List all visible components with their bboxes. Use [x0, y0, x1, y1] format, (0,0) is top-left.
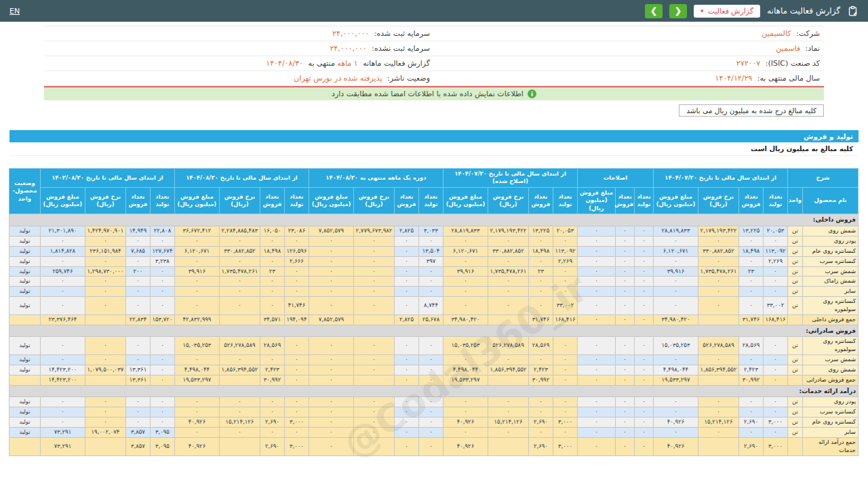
cell-value: ۰: [309, 355, 353, 365]
cell-value: ۰: [40, 407, 85, 418]
cell-product-name: کنسانتره روی سولفوره: [803, 337, 859, 355]
cell-value: ۰: [635, 428, 654, 438]
cell-value: ۰: [635, 407, 654, 418]
cell-value: ۰: [125, 277, 150, 287]
cell-value: ۰: [616, 355, 635, 365]
cell-value: [698, 314, 739, 325]
cell-value: ۲۳: [260, 266, 284, 277]
language-toggle-en[interactable]: EN: [9, 7, 20, 16]
cell-value: ۰: [739, 236, 764, 246]
cell-value: ۵۲۶,۲۷۸,۵۸۹: [219, 337, 260, 355]
cell-value: ۰: [353, 277, 394, 287]
table-unit-note: کلیه مبالغ به میلیون ریال است: [9, 142, 859, 156]
cell-product-name: سایر: [803, 428, 859, 438]
section-title-cell: درآمد ارائه خدمات:: [9, 385, 858, 397]
table-row: شمش سربتن۰۲۳۱,۷۳۵,۴۷۸,۲۶۱۳۹,۹۱۶۰۰۰۰۲۳۱,۷…: [9, 266, 858, 277]
cell-status: [9, 314, 40, 325]
cell-value: ۰: [764, 355, 788, 365]
cell-unit: تن: [788, 337, 803, 355]
previous-report-button[interactable]: ❯: [645, 4, 663, 18]
next-report-button[interactable]: ❮: [669, 4, 687, 18]
cell-value: ۱,۷۳۵,۴۷۸,۲۶۱: [698, 266, 739, 277]
cell-value: ۰: [577, 355, 615, 365]
cell-value: ۲۸,۸۱۹,۸۳۳: [654, 226, 698, 236]
cell-value: ۰: [616, 407, 635, 418]
cell-value: ۲۸,۸۱۹,۸۳۳: [443, 226, 488, 236]
cell-value: [353, 438, 394, 456]
cell-value: ۰: [309, 297, 353, 315]
column-group-header: دوره یک ماهه منتهی به ۱۴۰۴/۰۸/۳۰: [309, 169, 443, 188]
cell-value: ۰: [309, 438, 353, 456]
cell-product-name: پودر روی: [803, 397, 859, 407]
cell-value: ۲,۶۹۰: [739, 418, 764, 428]
cell-value: [85, 375, 125, 386]
cell-value: ۸,۷۴۴: [418, 297, 443, 315]
cell-value: ۰: [150, 287, 174, 297]
cell-value: ۰: [553, 355, 577, 365]
cell-value: ۰: [635, 236, 654, 246]
cell-value: ۲,۶۹۰: [260, 438, 284, 456]
column-subheader: تعداد تولید: [284, 187, 309, 214]
cell-value: ۰: [309, 266, 353, 277]
cell-value: ۰: [174, 287, 219, 297]
cell-value: ۰: [698, 256, 739, 266]
cell-value: ۰: [488, 397, 528, 407]
cell-value: ۰: [654, 256, 698, 266]
cell-unit: تن: [788, 428, 803, 438]
cell-value: ۰: [654, 397, 698, 407]
cell-value: ۰: [635, 287, 654, 297]
cell-value: ۰: [150, 355, 174, 365]
cell-product-name: کنسانتره سرب: [803, 256, 859, 266]
cell-value: ۳,۰۳۳: [418, 226, 443, 236]
cell-value: ۰: [654, 428, 698, 438]
cell-value: ۱۱۳,۰۹۲: [764, 246, 788, 256]
cell-value: ۱۳,۳۶۱: [125, 375, 150, 386]
cell-value: ۰: [125, 418, 150, 428]
cell-value: ۶,۱۲۰,۶۷۱: [654, 246, 698, 256]
cell-value: ۲۳,۳۷۶,۴۶۴: [40, 314, 85, 325]
cell-value: ۰: [616, 397, 635, 407]
cell-value: ۰: [698, 355, 739, 365]
cell-value: ۲۸,۵۶۹: [528, 337, 553, 355]
cell-value: ۰: [40, 236, 85, 246]
symbol-value: فاسمین: [776, 44, 800, 53]
cell-value: ۲,۲۶۹: [764, 256, 788, 266]
cell-value: ۰: [616, 418, 635, 428]
cell-value: ۰: [698, 287, 739, 297]
cell-value: ۲,۲۸۴,۸۸۵,۴۸۳: [219, 226, 260, 236]
cell-unit: تن: [788, 226, 803, 236]
cell-value: ۳,۸۵۷: [125, 428, 150, 438]
column-subheader: مبلغ فروش (میلیون ریال): [309, 187, 353, 214]
cell-value: ۳۱,۷۴۶: [528, 314, 553, 325]
cell-value: ۰: [635, 337, 654, 355]
cell-value: ۰: [635, 256, 654, 266]
cell-value: ۰: [150, 266, 174, 277]
cell-value: ۰: [764, 266, 788, 277]
cell-value: ۰: [353, 407, 394, 418]
section-title-production-sales: تولید و فروش: [9, 130, 859, 142]
cell-value: ۰: [764, 337, 788, 355]
page: { "topbar": { "en": "EN", "title": "گزار…: [0, 0, 868, 488]
report-type-dropdown[interactable]: گزارش فعالیت ▾: [694, 5, 760, 18]
cell-unit: تن: [788, 355, 803, 365]
cell-value: ۱۱۳,۰۹۲: [553, 246, 577, 256]
column-group-header: از ابتدای سال مالی تا تاریخ ۱۴۰۳/۰۸/۳۰: [40, 169, 174, 188]
column-subheader: تعداد تولید: [764, 187, 788, 214]
cell-value: ۱۲۶,۵۹۶: [284, 246, 309, 256]
cell-value: ۱,۸۵۶,۳۹۴,۵۵۲: [698, 365, 739, 375]
column-subheader: نرخ فروش (ریال): [698, 187, 739, 214]
cell-value: ۰: [577, 246, 615, 256]
cell-status: تولید: [9, 355, 40, 365]
cell-value: ۰: [635, 246, 654, 256]
column-subheader: تعداد فروش: [528, 187, 553, 214]
cell-value: ۰: [40, 397, 85, 407]
cell-value: ۰: [418, 365, 443, 375]
cell-product-name: کنسانتره روی خام: [803, 246, 859, 256]
cell-value: ۰: [528, 428, 553, 438]
cell-value: ۳۳,۰۰۲: [553, 297, 577, 315]
cell-value: ۰: [85, 337, 125, 355]
cell-value: ۰: [443, 428, 488, 438]
cell-value: ۳۰,۹۹۲: [528, 375, 553, 386]
cell-value: ۰: [577, 256, 615, 266]
cell-value: ۰: [635, 375, 654, 386]
